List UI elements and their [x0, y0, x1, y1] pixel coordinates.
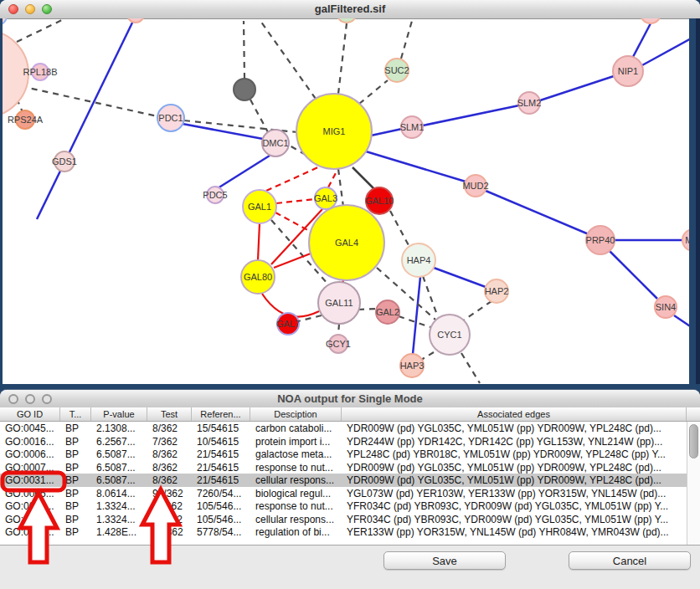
cell: 21/54615 [192, 462, 250, 474]
network-edge [260, 21, 316, 99]
cell: 8/362 [147, 462, 192, 474]
node-MIG1[interactable]: MIG1 [296, 94, 372, 169]
node-GAL3[interactable]: GAL3 [314, 187, 337, 209]
cancel-button[interactable]: Cancel [569, 551, 691, 570]
cell: BP [60, 488, 91, 499]
cell: BP [60, 436, 91, 448]
node-PDC5[interactable]: PDC5 [203, 187, 227, 203]
save-button[interactable]: Save [383, 551, 506, 570]
node-circle-top-cut-green[interactable] [337, 18, 357, 23]
cell: 5778/54... [192, 526, 250, 538]
column-header-p-value[interactable]: P-value [91, 407, 147, 421]
network-edge [17, 18, 65, 42]
network-canvas[interactable]: RPL18BRPS24AGDS1PDC1DMC1MIG1SUC2SLM1SLM2… [0, 18, 700, 384]
column-header-associated-edges[interactable]: Associated edges [342, 407, 687, 421]
node-label-PDC1: PDC1 [158, 113, 183, 123]
column-header-t-[interactable]: T... [60, 407, 91, 421]
node-GAL2[interactable]: GAL2 [376, 300, 399, 324]
header-scroll-corner [687, 407, 700, 421]
node-MUD2[interactable]: MUD2 [462, 175, 488, 197]
node-HAP4[interactable]: HAP4 [402, 243, 435, 277]
network-edge [353, 167, 374, 189]
network-edge [610, 251, 657, 299]
scrollbar-thumb[interactable] [689, 424, 698, 458]
cell: biological regul... [250, 488, 342, 499]
network-edge [275, 213, 311, 232]
network-edge [218, 156, 270, 188]
cell: 7260/54... [192, 488, 250, 499]
table-row-8[interactable]: GO:0050...BP1.428E...80/3625778/54...reg… [0, 525, 687, 539]
node-HAP3[interactable]: HAP3 [400, 354, 425, 377]
network-edge [390, 211, 410, 248]
cell: BP [60, 474, 91, 486]
cell: YER133W (pp) YOR315W, YNL145W (pd) YHR08… [342, 526, 687, 538]
canvas-border-right-dark [696, 18, 700, 384]
cell: cellular respons... [250, 474, 342, 486]
network-window-titlebar: galFiltered.sif [0, 0, 700, 19]
cell: 105/546... [192, 514, 250, 525]
node-RPS24A[interactable]: RPS24A [8, 110, 44, 129]
network-edge [423, 105, 519, 125]
cell: GO:0016... [0, 436, 60, 448]
node-DMC1[interactable]: DMC1 [262, 130, 289, 156]
node-GAL7[interactable]: GAL7 [276, 313, 300, 335]
cell: GO:0006... [0, 448, 60, 460]
table-row-6[interactable]: GO:0031...BP1.3324...11/362105/546...res… [0, 499, 687, 513]
column-header-go-id[interactable]: GO ID [0, 407, 60, 421]
table-row-1[interactable]: GO:0016...BP6.2567...7/36210/54615protei… [0, 435, 687, 448]
table-row-2[interactable]: GO:0006...BP6.5087...8/36221/54615galact… [0, 448, 687, 461]
table-body: GO:0045...BP2.1308...8/36215/54615carbon… [0, 422, 700, 545]
node-SUC2[interactable]: SUC2 [384, 59, 409, 82]
cell: YGL073W (pd) YER103W, YER133W (pp) YOR31… [342, 488, 687, 499]
node-SLM1[interactable]: SLM1 [400, 116, 425, 138]
table-row-0[interactable]: GO:0045...BP2.1308...8/36215/54615carbon… [0, 422, 687, 435]
node-top-cut-green[interactable] [337, 18, 357, 23]
node-GAL1[interactable]: GAL1 [243, 190, 276, 223]
network-edge [413, 277, 420, 354]
column-header-test[interactable]: Test [147, 407, 192, 421]
node-GAL80[interactable]: GAL80 [241, 260, 275, 294]
node-label-HAP4: HAP4 [407, 255, 431, 265]
node-GCY1[interactable]: GCY1 [326, 335, 351, 353]
node-label-MUD2: MUD2 [462, 181, 488, 191]
node-NIP1[interactable]: NIP1 [613, 56, 643, 86]
node-PDC1[interactable]: PDC1 [157, 105, 184, 131]
network-edge [423, 276, 438, 317]
cell: YFR034C (pd) YBR093C, YDR009W (pd) YGL03… [342, 500, 687, 512]
cell: BP [60, 500, 91, 512]
column-header-referen-[interactable]: Referen... [192, 407, 250, 421]
network-edge [399, 316, 430, 327]
node-gray-node[interactable] [234, 79, 255, 100]
cell: YDR244W (pp) YDR142C, YDR142C (pp) YGL15… [342, 436, 687, 448]
cell: 80/362 [147, 526, 192, 538]
node-label-GAL2: GAL2 [376, 307, 399, 317]
noa-window-title: NOA output for Single Mode [0, 392, 700, 405]
table-row-4[interactable]: GO:0031...BP6.5087...8/36221/54615cellul… [0, 474, 687, 487]
node-circle-top-cut-2[interactable] [641, 18, 661, 23]
node-label-GAL3: GAL3 [314, 193, 337, 203]
node-SIN4[interactable]: SIN4 [655, 296, 677, 318]
network-edge [486, 191, 589, 234]
table-row-3[interactable]: GO:0007...BP6.5087...8/36221/54615respon… [0, 461, 687, 474]
node-top-cut-2[interactable] [641, 18, 661, 23]
table-row-7[interactable]: GO:0031...BP1.3324...11/362105/546...cel… [0, 513, 687, 526]
cell: 94/362 [147, 488, 192, 499]
node-SLM2[interactable]: SLM2 [517, 92, 542, 114]
table-row-5[interactable]: GO:0065...BP8.0614...94/3627260/54...bio… [0, 487, 687, 500]
node-GDS1[interactable]: GDS1 [52, 151, 77, 172]
column-header-desciption[interactable]: Desciption [250, 407, 342, 421]
cell: YDR009W (pd) YGL035C, YML051W (pp) YDR00… [342, 474, 687, 486]
node-GAL11[interactable]: GAL11 [318, 282, 360, 324]
node-top-cut-1[interactable] [127, 18, 144, 23]
node-label-PRP40: PRP40 [586, 235, 615, 245]
node-label-HAP2: HAP2 [485, 286, 509, 296]
node-circle-top-cut-1[interactable] [127, 18, 144, 23]
node-GAL4[interactable]: GAL4 [309, 205, 384, 280]
node-PRP40[interactable]: PRP40 [586, 226, 615, 254]
cell: GO:0031... [0, 514, 60, 525]
vertical-scrollbar[interactable] [687, 422, 700, 545]
node-circle-gray-node[interactable] [234, 79, 255, 100]
node-CYC1[interactable]: CYC1 [430, 315, 470, 355]
node-HAP2[interactable]: HAP2 [485, 279, 509, 303]
node-GAL10[interactable]: GAL10 [365, 187, 394, 214]
